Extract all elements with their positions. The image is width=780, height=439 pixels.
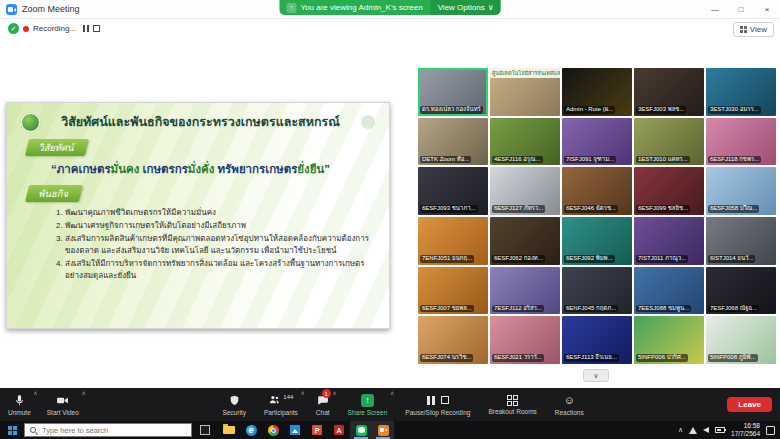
breakout-rooms-label: Breakout Rooms [488, 408, 536, 415]
line-taskbar-button[interactable] [350, 421, 372, 439]
participant-tile[interactable]: 7ESFJ112 อริสร... [490, 267, 560, 315]
chevron-up-icon[interactable]: ∧ [81, 389, 85, 396]
breakout-rooms-icon [507, 395, 518, 406]
participant-tile[interactable]: ศูนย์เทคโนโลยีสารสนเทศและการสื่อสาร [490, 68, 560, 116]
recording-indicator: ✓ Recording... [8, 23, 100, 34]
participant-tile[interactable]: 6ESFJ113 ธีรเมธ... [562, 316, 632, 364]
network-icon[interactable] [689, 427, 697, 434]
participant-tile[interactable]: 6ESFJ127 ภัทรว... [490, 167, 560, 215]
vision-text-part: “ภาคเกษตร [51, 163, 111, 175]
participant-tile[interactable]: 6ESFJ046 ฉัตรช... [562, 167, 632, 215]
pause-stop-recording-button[interactable]: Pause/Stop Recording [397, 388, 478, 421]
edge-taskbar-button[interactable]: e [240, 421, 262, 439]
window-title: Zoom Meeting [22, 4, 80, 14]
zoom-logo-icon [6, 4, 17, 15]
participant-name: 5INFP008 ภูมิพั... [708, 354, 758, 362]
participant-name: 7EESJ088 ชมพูน... [636, 305, 691, 313]
share-screen-button[interactable]: ∧ ↑ Share Screen [340, 388, 396, 421]
participant-tile[interactable]: 6ESFJ007 ชยพล... [418, 267, 488, 315]
encryption-shield-icon: ✓ [8, 23, 19, 34]
pause-recording-button[interactable] [83, 25, 89, 32]
view-layout-button[interactable]: View [733, 22, 774, 37]
chevron-up-icon[interactable]: ∧ [390, 389, 394, 396]
participant-tile[interactable]: 7ISFJ091 จุฑาม... [562, 118, 632, 166]
reactions-label: Reactions [555, 409, 584, 416]
participant-tile[interactable]: 6ESFJ093 ชนาภา... [418, 167, 488, 215]
microphone-icon [13, 394, 26, 407]
minimize-button[interactable]: — [702, 0, 728, 19]
photos-taskbar-button[interactable] [284, 421, 306, 439]
line-icon [356, 425, 367, 436]
video-camera-icon [56, 394, 69, 407]
participant-tile[interactable]: DETK Zoom ห้อ... [418, 118, 488, 166]
participant-tile[interactable]: 5INFP008 ภูมิพั... [706, 316, 776, 364]
participant-tile[interactable]: 7ESFJ068 ณัฐธ... [706, 267, 776, 315]
participant-name: 1ESTJ010 แคทร... [636, 156, 690, 164]
action-center-icon[interactable] [766, 426, 775, 435]
zoom-app-taskbar-button[interactable] [372, 421, 394, 439]
participant-tile[interactable]: 3ESTJ030 อมรร... [706, 68, 776, 116]
participant-name: DETK Zoom ห้อ... [420, 156, 471, 164]
participant-tile[interactable]: 6ESFJ074 นรวิช... [418, 316, 488, 364]
participant-name: 6ESFJ127 ภัทรว... [492, 205, 545, 213]
participant-tile[interactable]: 6ENFJ045 กฤตภ... [562, 267, 632, 315]
participant-tile[interactable]: 7ENFJ051 ธนกฤ... [418, 217, 488, 265]
unmute-button[interactable]: ∧ Unmute [0, 388, 39, 421]
participants-button[interactable]: ∧ 144 Participants [256, 388, 306, 421]
view-options-button[interactable]: View Options ∨ [431, 0, 501, 15]
participant-tile[interactable]: 1ESTJ010 แคทร... [634, 118, 704, 166]
reactions-button[interactable]: ☺ Reactions [547, 388, 592, 421]
maximize-button[interactable]: □ [728, 0, 754, 19]
recording-label: Recording... [33, 24, 76, 33]
participant-tile[interactable]: 3ESFJ003 พลช... [634, 68, 704, 116]
participant-tile[interactable]: 5INFP006 ปวริศ... [634, 316, 704, 364]
search-input[interactable] [40, 425, 180, 436]
mission-item: พัฒนาคุณภาพชีวิตเกษตรกรให้มีความมั่นคง [65, 207, 381, 219]
start-video-label: Start Video [47, 409, 79, 416]
taskbar-search[interactable] [24, 423, 192, 437]
participant-tile[interactable]: 6ESFJ118 กชพร... [706, 118, 776, 166]
participant-tile[interactable]: ดร.ทองเปลว กองจันทร์ [418, 68, 488, 116]
start-video-button[interactable]: ∧ Start Video [39, 388, 87, 421]
participant-tile[interactable]: Admin - Rote (ผ... [562, 68, 632, 116]
participant-name: 7ENFJ051 ธนกฤ... [420, 255, 474, 263]
start-button[interactable] [0, 421, 24, 439]
file-explorer-taskbar-button[interactable] [218, 421, 240, 439]
battery-icon[interactable] [715, 427, 725, 433]
chat-label: Chat [316, 409, 330, 416]
participant-tile[interactable]: 6ESFJ021 วรารั... [490, 316, 560, 364]
powerpoint-taskbar-button[interactable]: P [306, 421, 328, 439]
participant-tile[interactable]: 6ESFJ099 ชลธิช... [634, 167, 704, 215]
stop-recording-button[interactable] [93, 25, 100, 32]
taskbar-clock[interactable]: 16:58 17/7/2564 [731, 422, 760, 438]
participant-tile[interactable]: 6ISTJ014 ธนวั... [706, 217, 776, 265]
file-explorer-icon [223, 426, 235, 434]
security-button[interactable]: Security [214, 388, 253, 421]
volume-icon[interactable] [703, 427, 709, 433]
close-button[interactable]: × [754, 0, 780, 19]
chevron-up-icon[interactable]: ∧ [332, 389, 336, 396]
pause-stop-label: Pause/Stop Recording [405, 409, 470, 416]
breakout-rooms-button[interactable]: Breakout Rooms [480, 388, 544, 421]
acrobat-taskbar-button[interactable]: A [328, 421, 350, 439]
chat-button[interactable]: ∧ 1 Chat [308, 388, 338, 421]
chevron-up-icon[interactable]: ∧ [33, 389, 37, 396]
participant-name: 6ESFJ046 ฉัตรช... [564, 205, 618, 213]
pause-icon[interactable] [427, 396, 435, 405]
participants-count: 144 [283, 394, 293, 400]
vision-text-part: ยั่งยืน [297, 163, 324, 175]
chevron-up-icon[interactable]: ∧ [300, 389, 304, 396]
participant-tile[interactable]: 6ESFJ092 พิมพ... [562, 217, 632, 265]
mission-item: พัฒนาเศรษฐกิจการเกษตรให้เติบโตอย่างมีเสถ… [65, 220, 381, 232]
participant-tile[interactable]: 4ESFJ116 อรุณ... [490, 118, 560, 166]
chrome-taskbar-button[interactable] [262, 421, 284, 439]
participant-tile[interactable]: 7EESJ088 ชมพูน... [634, 267, 704, 315]
stop-icon[interactable] [441, 396, 449, 404]
leave-button[interactable]: Leave [727, 397, 772, 412]
participant-tile[interactable]: 6ESFJ058 ปวีณ... [706, 167, 776, 215]
tray-expand-icon[interactable]: ∧ [678, 426, 683, 434]
participant-tile[interactable]: 6ESFJ062 กองท... [490, 217, 560, 265]
task-view-button[interactable] [200, 425, 210, 435]
collapse-gallery-button[interactable]: ∨ [583, 369, 609, 382]
participant-tile[interactable]: 7ISTJ011 ภาณุว... [634, 217, 704, 265]
